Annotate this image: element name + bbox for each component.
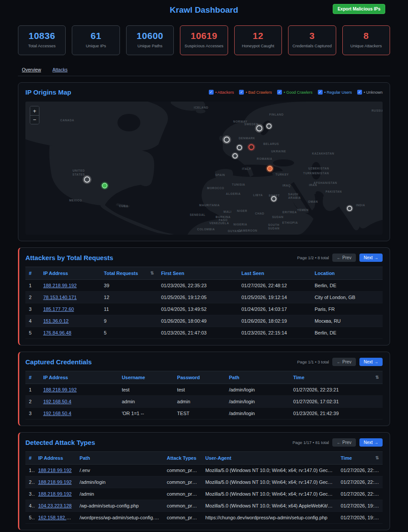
column-header-time[interactable]: Time⇅ xyxy=(337,452,383,465)
stat-value: 10836 xyxy=(18,31,65,41)
stat-value: 8 xyxy=(343,31,390,41)
column-header-attack-types: Attack Types xyxy=(163,452,202,465)
prev-button[interactable]: ← Prev xyxy=(332,358,355,366)
ip-link[interactable]: 104.23.223.128 xyxy=(38,503,71,508)
map-country-label: SENEGAL xyxy=(190,213,205,216)
header: Krawl Dashboard Export Malicious IPs xyxy=(18,0,390,20)
ip-link[interactable]: 78.153.140.171 xyxy=(43,295,77,300)
column-header-first-seen: First Seen xyxy=(158,267,238,280)
map-country-label: NIGER xyxy=(237,209,247,212)
map-marker-cluster[interactable] xyxy=(83,175,91,184)
ip-link[interactable]: 188.218.99.192 xyxy=(43,387,77,392)
next-button[interactable]: Next → xyxy=(359,254,383,262)
cell-ip-address: 188.218.99.192 xyxy=(35,465,76,476)
next-button[interactable]: Next → xyxy=(359,358,383,366)
legend-item-unknown: ✓• Unknown xyxy=(357,90,383,95)
cell-ip-address: 192.168.50.4 xyxy=(40,396,119,408)
map-marker-cluster[interactable] xyxy=(222,135,231,144)
legend-item-bad-crawlers: ✓• Bad Crawlers xyxy=(239,90,272,95)
cell-total-requests: 39 xyxy=(100,280,158,292)
cell--: 2 xyxy=(25,292,40,303)
ip-link[interactable]: 188.218.99.192 xyxy=(38,468,71,473)
attackers-title: Attackers by Total Requests xyxy=(25,254,113,261)
page-info: Page 1/1 • 3 total xyxy=(297,359,329,364)
legend-checkbox[interactable]: ✓ xyxy=(318,90,323,95)
tab-overview[interactable]: Overview xyxy=(22,67,41,72)
map-marker-cluster-small[interactable] xyxy=(265,123,272,130)
cell-attack-types: common_probes xyxy=(163,500,202,512)
legend-checkbox[interactable]: ✓ xyxy=(209,90,214,95)
column-header-password: Password xyxy=(174,371,225,384)
map-country-label: TURKEY xyxy=(275,173,289,176)
cell-path: /.env xyxy=(76,465,163,476)
map-country-label: CHAD xyxy=(255,212,264,215)
cell-path: /admin/login xyxy=(225,396,290,408)
legend-checkbox[interactable]: ✓ xyxy=(357,90,362,95)
sort-icon[interactable]: ⇅ xyxy=(376,375,379,380)
column-header-path: Path xyxy=(225,371,290,384)
sort-icon[interactable]: ⇅ xyxy=(151,271,154,275)
cell-location: City of London, GB xyxy=(311,292,383,303)
sort-icon[interactable]: ⇅ xyxy=(376,455,379,460)
cell-last-seen: 01/25/2026, 19:12:14 xyxy=(238,292,311,303)
tabs: OverviewAttacks xyxy=(18,67,390,72)
map-marker-cluster-small[interactable] xyxy=(232,152,239,159)
map-marker-cluster[interactable] xyxy=(255,124,264,133)
cell-attack-types: common_probes xyxy=(163,465,202,476)
legend-label: • Attackers xyxy=(215,90,234,95)
map-marker-cluster-small[interactable] xyxy=(236,144,243,151)
map-legend: ✓• Attackers✓• Bad Crawlers✓• Good Crawl… xyxy=(209,90,383,95)
tab-attacks[interactable]: Attacks xyxy=(53,67,67,72)
column-header-location: Location xyxy=(311,267,383,280)
stats-row: 10836Total Accesses61Unique IPs10600Uniq… xyxy=(18,25,390,55)
cell-ip-address: 176.84.96.48 xyxy=(40,327,101,339)
table-row: 2192.168.50.4adminadmin/admin/login01/27… xyxy=(25,396,383,408)
column-header-time[interactable]: Time⇅ xyxy=(290,371,383,384)
table-row: 1188.218.99.192testtest/admin/login01/27… xyxy=(25,384,383,396)
ip-link[interactable]: 151.36.0.12 xyxy=(43,318,69,324)
zoom-out-button[interactable]: − xyxy=(30,115,39,124)
stat-card-unique-ips: 61Unique IPs xyxy=(72,25,120,55)
export-malicious-ips-button[interactable]: Export Malicious IPs xyxy=(333,4,385,14)
ip-link[interactable]: 188.218.99.192 xyxy=(38,491,71,497)
map-marker-attacker[interactable] xyxy=(247,143,255,151)
map-marker-cluster-small[interactable] xyxy=(270,195,277,202)
ip-link[interactable]: 185.177.72.60 xyxy=(43,307,74,312)
column-header-total-requests[interactable]: Total Requests⇅ xyxy=(100,267,158,280)
cell--: 1 xyxy=(25,280,40,292)
table-row: 3188.218.99.192/admincommon_probesMozill… xyxy=(25,488,383,500)
cell-first-seen: 01/24/2026, 13:49:52 xyxy=(158,303,238,315)
ip-link[interactable]: 188.218.99.192 xyxy=(38,479,71,485)
attackers-panel: Attackers by Total Requests Page 1/2 • 8… xyxy=(18,247,390,345)
prev-button[interactable]: ← Prev xyxy=(332,254,355,262)
cell-ip-address: 192.168.50.4 xyxy=(40,408,119,419)
cell-time: 01/27/2026, 22:26:11 xyxy=(337,465,383,476)
ip-link[interactable]: 162.158.182.104 xyxy=(38,515,74,520)
ip-link[interactable]: 192.168.50.4 xyxy=(43,399,71,404)
legend-checkbox[interactable]: ✓ xyxy=(277,90,282,95)
zoom-in-button[interactable]: + xyxy=(30,106,39,115)
cell-user-agent: Mozilla/5.0 (Windows NT 10.0; Win64; x64… xyxy=(202,488,337,500)
ip-link[interactable]: 176.84.96.48 xyxy=(43,330,71,335)
credentials-panel-head: Captured Credentials Page 1/1 • 3 total … xyxy=(25,358,383,366)
map-marker-cluster-small[interactable] xyxy=(346,205,353,212)
prev-button[interactable]: ← Prev xyxy=(332,438,355,447)
cell-location: Москва, RU xyxy=(311,315,383,327)
attackers-panel-head: Attackers by Total Requests Page 1/2 • 8… xyxy=(25,254,383,262)
cell--: 4 xyxy=(25,315,40,327)
legend-checkbox[interactable]: ✓ xyxy=(239,90,244,95)
ip-link[interactable]: 188.218.99.192 xyxy=(43,283,77,288)
cell-total-requests: 12 xyxy=(100,292,158,303)
table-row: 5176.84.96.48501/23/2026, 21:47:0301/23/… xyxy=(25,327,383,339)
map-marker-bad-crawler[interactable] xyxy=(266,165,274,173)
map-country-label: FASO xyxy=(219,218,228,222)
world-map[interactable]: ICELANDCANADARUSSIANORWAYSWEDENFINLANDDE… xyxy=(25,102,383,235)
map-country-label: ROMANIA xyxy=(257,157,272,160)
cell-ip-address: 188.218.99.192 xyxy=(35,488,76,500)
map-marker-good-crawler[interactable] xyxy=(101,182,109,190)
next-button[interactable]: Next → xyxy=(359,438,383,447)
map-country-label: NIGERIA xyxy=(233,223,247,226)
page-title: Krawl Dashboard xyxy=(170,5,238,15)
attacks-table: #IP AddressPathAttack TypesUser-AgentTim… xyxy=(25,451,383,524)
ip-link[interactable]: 192.168.50.4 xyxy=(43,411,71,416)
